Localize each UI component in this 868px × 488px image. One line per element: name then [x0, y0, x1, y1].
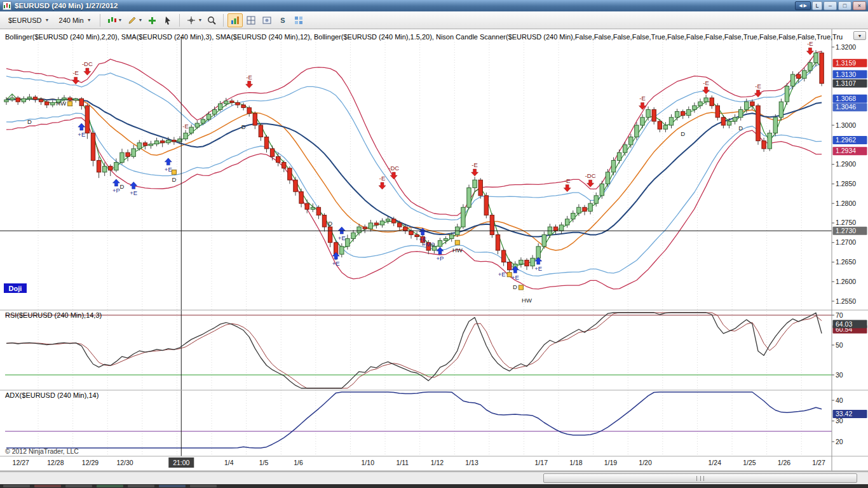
horizontal-scrollbar[interactable]	[0, 471, 868, 484]
pattern-marker: -E	[182, 123, 189, 130]
chevron-down-icon[interactable]: ▼	[118, 18, 123, 22]
candle	[797, 74, 801, 78]
svg-text:+E: +E	[332, 260, 340, 267]
indicator-lines	[6, 51, 822, 289]
pattern-marker: D	[172, 170, 176, 183]
pattern-marker: -E	[564, 177, 571, 192]
crosshair-icon	[186, 15, 196, 25]
candle	[698, 102, 702, 105]
candle	[120, 152, 124, 162]
price-tick-label: 1.2800	[836, 200, 856, 207]
taskbar-item[interactable]	[128, 485, 154, 487]
candle	[132, 149, 135, 156]
date-tick-label: 12/30	[116, 459, 133, 466]
pointer-icon	[163, 15, 173, 25]
instrument-dropdown[interactable]: $EURUSD ▼	[4, 14, 54, 27]
axis-value-badge: 1.3130	[833, 71, 867, 79]
candle	[779, 102, 783, 118]
pattern-marker: -E	[703, 79, 710, 94]
candle	[641, 118, 644, 125]
candle	[473, 180, 477, 187]
candle	[629, 137, 633, 145]
cursor-button[interactable]	[160, 13, 175, 27]
taskbar-item[interactable]	[34, 485, 61, 487]
svg-text:+E: +E	[512, 274, 519, 281]
chevron-down-icon[interactable]: ▼	[139, 18, 143, 22]
svg-text:1.3107: 1.3107	[836, 79, 856, 87]
bar-chart-icon	[230, 15, 240, 25]
candle	[219, 104, 222, 109]
candle	[508, 262, 512, 269]
taskbar-item[interactable]	[159, 485, 186, 487]
panel-dropdown-button[interactable]: ▼	[853, 31, 866, 40]
chart-style-button[interactable]	[104, 13, 119, 27]
strategies-button[interactable]: S	[275, 13, 290, 27]
pattern-markers: DHW-E-DC+E+PD+E+ED-ED-ED+E+E-E-DC+E+MS+P…	[27, 40, 813, 303]
link-button[interactable]: L	[812, 1, 822, 10]
grid-button[interactable]	[243, 13, 259, 27]
interval-dropdown[interactable]: 240 Min ▼	[55, 14, 96, 27]
svg-text:D: D	[738, 125, 743, 132]
taskbar-item[interactable]	[65, 485, 92, 487]
axis-value-badge: 33.42	[833, 410, 867, 418]
taskbar-strip	[0, 484, 868, 488]
pattern-marker: +E	[78, 123, 85, 138]
data-series-nav-button[interactable]: ◀ ▶	[795, 1, 811, 10]
add-indicator-button[interactable]	[144, 13, 159, 27]
candle	[687, 109, 691, 115]
candle	[74, 98, 78, 100]
svg-text:+E: +E	[338, 234, 346, 241]
svg-text:-E: -E	[639, 95, 646, 102]
chart-panels-button[interactable]	[227, 13, 243, 27]
zoom-button[interactable]	[204, 13, 219, 27]
candle	[652, 109, 656, 121]
candle	[166, 140, 170, 142]
properties-button[interactable]	[291, 13, 306, 27]
svg-text:-E: -E	[246, 74, 252, 81]
crosshair-button[interactable]	[184, 13, 199, 27]
candle	[635, 125, 639, 137]
toolbar: $EURUSD ▼ 240 Min ▼ ▼ ▼ ▼	[0, 11, 868, 29]
svg-text:D: D	[328, 220, 332, 227]
candle	[490, 215, 494, 235]
candle	[756, 105, 760, 140]
pattern-marker: D	[27, 118, 32, 125]
candle	[398, 223, 402, 227]
candle	[600, 184, 604, 195]
svg-text:-E: -E	[755, 83, 761, 90]
candle	[357, 227, 361, 233]
minimize-button[interactable]: –	[824, 1, 837, 10]
svg-text:1.3046: 1.3046	[836, 103, 856, 111]
taskbar-item[interactable]	[3, 485, 30, 487]
svg-text:64.03: 64.03	[836, 320, 852, 328]
date-tick-label: 1/26	[778, 459, 791, 466]
window-title: $EURUSD (240 Min) 1/27/2012	[15, 2, 795, 10]
maximize-button[interactable]: □	[838, 1, 851, 10]
price-tick-label: 70	[836, 311, 843, 319]
drawing-tools-button[interactable]	[125, 13, 140, 27]
axis-value-badge: 1.3068	[833, 95, 867, 103]
candle	[270, 149, 274, 156]
pattern-marker: +E	[512, 266, 519, 281]
svg-text:+E: +E	[78, 131, 85, 138]
taskbar-item[interactable]	[190, 485, 217, 487]
candle	[97, 160, 100, 172]
titlebar: $EURUSD (240 Min) 1/27/2012 ◀ ▶ L – □ ×	[0, 0, 868, 11]
candle	[328, 227, 332, 243]
candle	[727, 121, 731, 125]
snapshot-button[interactable]	[259, 13, 275, 27]
candle	[27, 97, 31, 98]
taskbar-item[interactable]	[97, 485, 123, 487]
axis-value-badge: 1.3046	[833, 103, 867, 111]
candle	[264, 137, 268, 149]
pattern-marker: HW	[452, 240, 463, 254]
pattern-marker: +E	[332, 252, 340, 267]
pattern-marker: D	[241, 123, 246, 130]
chart-canvas[interactable]: DHW-E-DC+E+PD+E+ED-ED-ED+E+E-E-DC+E+MS+P…	[0, 29, 868, 471]
close-button[interactable]: ×	[853, 1, 866, 10]
scrollbar-thumb[interactable]	[543, 473, 857, 483]
price-tick-label: 1.3200	[836, 43, 856, 51]
svg-text:HW: HW	[522, 297, 532, 304]
chevron-down-icon[interactable]: ▼	[198, 18, 202, 22]
candle	[606, 172, 609, 184]
